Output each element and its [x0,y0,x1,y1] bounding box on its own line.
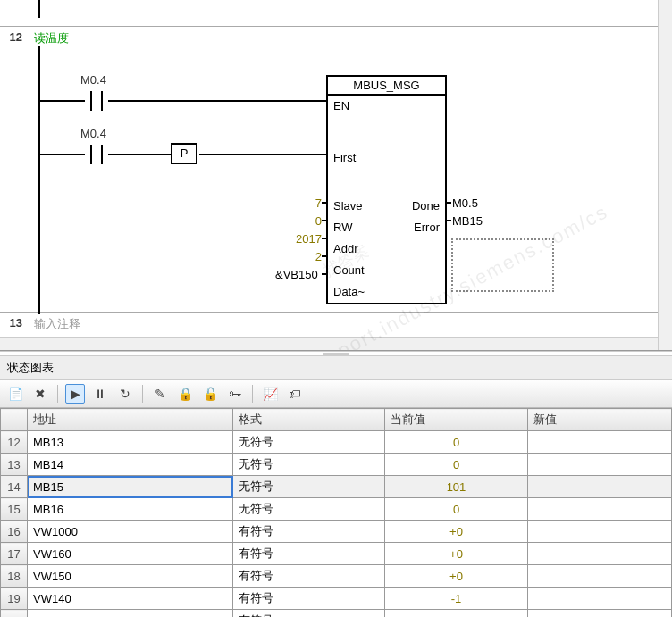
cell-format[interactable]: 无符号 [233,498,385,521]
force-button[interactable]: 🔒 [175,384,195,404]
power-rail [38,0,40,18]
cell-address[interactable]: MB13 [28,431,233,454]
cell-current-value: -1 [385,588,528,610]
cell-format[interactable]: 有符号 [233,543,385,565]
row-number: 18 [1,565,28,588]
wire [40,100,85,102]
cell-current-value: +1460 [385,610,528,618]
refresh-button[interactable]: ↻ [115,384,135,404]
cell-format[interactable]: 有符号 [233,610,385,618]
pin-first: First [333,149,356,167]
tag-button[interactable]: 🏷 [285,384,305,404]
pin-value-rw[interactable]: 0 [295,214,322,228]
cell-address[interactable]: MB14 [28,454,233,476]
cell-format[interactable]: 有符号 [233,588,385,610]
cell-format[interactable]: 有符号 [233,521,385,543]
pause-button[interactable]: ⏸ [90,384,110,404]
cell-current-value: +0 [385,565,528,588]
col-address[interactable]: 地址 [28,409,233,431]
trend-button[interactable]: 📈 [260,384,280,404]
pin-value-count[interactable]: 2 [295,250,322,263]
cell-address[interactable]: VW140 [28,588,233,610]
contact[interactable] [85,145,108,164]
unforce-button[interactable]: 🔓 [200,384,220,404]
function-block-mbus-msg[interactable]: MBUS_MSG EN First SlaveDone RWError Addr… [326,75,447,304]
row-number: 13 [1,454,28,476]
cell-current-value: +0 [385,521,528,543]
table-row[interactable]: 20VW130有符号+1460 [1,610,672,618]
status-toolbar: 📄 ✖ ▶ ⏸ ↻ ✎ 🔒 🔓 🗝 📈 🏷 [0,380,672,408]
new-chart-button[interactable]: 📄 [5,384,25,404]
table-row[interactable]: 18VW150有符号+0 [1,565,672,588]
cell-address[interactable]: MB15 [28,476,233,498]
pin-value-error[interactable]: MB15 [452,214,483,228]
cell-new-value[interactable] [528,476,672,498]
row-number: 16 [1,521,28,543]
pin-error: Error [414,219,440,237]
col-new-value[interactable]: 新值 [528,409,672,431]
table-row[interactable]: 19VW140有符号-1 [1,588,672,610]
table-row[interactable]: 17VW160有符号+0 [1,543,672,565]
table-row[interactable]: 15MB16无符号0 [1,498,672,521]
row-number: 14 [1,476,28,498]
cell-new-value[interactable] [528,610,672,618]
pin-value-slave[interactable]: 7 [295,196,322,210]
pin-addr: Addr [333,240,357,258]
panel-title: 状态图表 [0,356,672,380]
monitor-toggle-button[interactable]: ▶ [65,384,85,404]
cell-current-value: 0 [385,431,528,454]
cell-new-value[interactable] [528,543,672,565]
contact-label: M0.4 [80,73,106,87]
ladder-editor[interactable]: 12 读温度 M0.4 M0.4 P MBUS_MSG [0,0,672,351]
pin-rw: RW [333,219,352,237]
table-row[interactable]: 13MB14无符号0 [1,454,672,476]
network-comment[interactable]: 读温度 [27,27,672,46]
pin-count: Count [333,262,365,279]
cell-format[interactable]: 无符号 [233,476,385,498]
network-comment-placeholder[interactable]: 输入注释 [27,313,672,332]
wire [40,154,85,155]
cell-address[interactable]: VW160 [28,543,233,565]
row-number: 20 [1,610,28,618]
pin-value-data[interactable]: &VB150 [275,268,318,281]
col-format[interactable]: 格式 [233,409,385,431]
cell-format[interactable]: 无符号 [233,431,385,454]
network-number [0,0,27,26]
write-button[interactable]: ✎ [150,384,170,404]
cell-format[interactable]: 无符号 [233,454,385,476]
wire [199,154,326,155]
table-row[interactable]: 12MB13无符号0 [1,431,672,454]
cell-address[interactable]: VW1000 [28,521,233,543]
cell-format[interactable]: 有符号 [233,565,385,588]
cell-new-value[interactable] [528,431,672,454]
pin-data: Data~ [333,283,365,301]
power-rail [38,46,40,314]
cell-address[interactable]: MB16 [28,498,233,521]
status-chart-panel: 状态图表 📄 ✖ ▶ ⏸ ↻ ✎ 🔒 🔓 🗝 📈 🏷 地址 格式 当前值 新值 [0,356,672,617]
cell-new-value[interactable] [528,498,672,521]
cell-address[interactable]: VW130 [28,610,233,618]
wire [108,100,326,102]
cell-current-value: 0 [385,498,528,521]
table-row[interactable]: 14MB15无符号101 [1,476,672,498]
cell-new-value[interactable] [528,454,672,476]
contact-label: M0.4 [80,127,106,140]
unforce-all-button[interactable]: 🗝 [225,384,245,404]
cell-new-value[interactable] [528,588,672,610]
pin-value-addr[interactable]: 2017 [277,232,322,246]
cell-new-value[interactable] [528,521,672,543]
cell-address[interactable]: VW150 [28,565,233,588]
delete-chart-button[interactable]: ✖ [30,384,50,404]
col-current-value[interactable]: 当前值 [385,409,528,431]
pin-value-done[interactable]: M0.5 [452,196,478,210]
grid-header-row: 地址 格式 当前值 新值 [1,409,672,431]
pin-slave: Slave [333,197,363,215]
positive-edge-box[interactable]: P [171,143,197,164]
selection-marker [451,238,554,292]
contact[interactable] [85,91,108,111]
table-row[interactable]: 16VW1000有符号+0 [1,521,672,543]
network-number: 12 [0,27,27,312]
cell-new-value[interactable] [528,565,672,588]
status-grid[interactable]: 地址 格式 当前值 新值 12MB13无符号013MB14无符号014MB15无… [0,408,672,617]
row-number: 12 [1,431,28,454]
